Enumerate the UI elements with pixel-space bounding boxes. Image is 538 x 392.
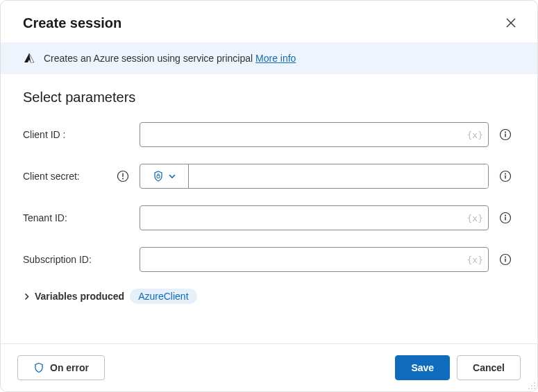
dialog-body: Select parameters Client ID : {x} Client… (1, 74, 537, 343)
cancel-label: Cancel (473, 362, 505, 373)
client-secret-combo (140, 164, 489, 189)
credential-picker-button[interactable] (140, 164, 189, 188)
svg-point-19 (528, 388, 530, 389)
variables-produced-row: Variables produced AzureClient (23, 289, 515, 304)
info-icon-slot (496, 170, 515, 182)
resize-grip-icon[interactable] (526, 380, 536, 390)
svg-rect-9 (505, 176, 505, 179)
svg-point-8 (505, 173, 506, 175)
chevron-down-icon (168, 172, 176, 180)
save-label: Save (411, 362, 434, 373)
field-tenant-id: Tenant ID: {x} (23, 205, 515, 230)
variables-produced-toggle[interactable]: Variables produced (23, 291, 124, 302)
cancel-button[interactable]: Cancel (457, 355, 521, 380)
svg-rect-2 (505, 134, 505, 137)
client-id-input-wrap: {x} (140, 122, 489, 147)
svg-point-20 (531, 388, 532, 389)
info-icon[interactable] (499, 170, 512, 182)
svg-point-16 (534, 382, 535, 384)
client-secret-label: Client secret: (23, 171, 106, 182)
more-info-link[interactable]: More info (255, 53, 296, 64)
create-session-dialog: Create session Creates an Azure session … (0, 0, 538, 392)
svg-rect-4 (122, 173, 123, 178)
client-id-input[interactable] (140, 122, 489, 147)
tenant-id-input-wrap: {x} (140, 205, 489, 230)
client-id-label: Client ID : (23, 129, 106, 140)
close-button[interactable] (501, 13, 521, 33)
svg-point-1 (505, 132, 506, 133)
svg-rect-6 (157, 176, 160, 178)
svg-rect-15 (505, 259, 505, 262)
banner-text: Creates an Azure session using service p… (44, 53, 296, 64)
info-icon[interactable] (499, 212, 512, 224)
svg-point-18 (534, 385, 535, 386)
svg-point-5 (122, 178, 124, 180)
info-icon-slot (496, 212, 515, 224)
warning-icon[interactable] (117, 170, 129, 182)
client-secret-input-wrap (140, 164, 489, 189)
footer-left: On error (17, 355, 105, 380)
footer-right: Save Cancel (395, 355, 521, 380)
banner-text-label: Creates an Azure session using service p… (44, 53, 255, 64)
info-icon-slot (496, 253, 515, 266)
tenant-id-label: Tenant ID: (23, 212, 106, 223)
variable-pill[interactable]: AzureClient (130, 289, 196, 304)
info-banner: Creates an Azure session using service p… (1, 42, 537, 74)
info-icon[interactable] (499, 253, 512, 266)
svg-point-21 (534, 388, 535, 389)
shield-icon (33, 362, 44, 373)
info-icon[interactable] (499, 128, 512, 141)
on-error-button[interactable]: On error (17, 355, 105, 380)
field-client-id: Client ID : {x} (23, 122, 515, 147)
svg-point-17 (531, 385, 532, 386)
chevron-right-icon (23, 293, 31, 300)
shield-lock-icon (153, 171, 164, 182)
azure-icon (23, 52, 35, 65)
subscription-id-input-wrap: {x} (140, 247, 489, 272)
info-icon-slot (496, 128, 515, 141)
section-title: Select parameters (23, 90, 515, 105)
dialog-title: Create session (23, 15, 121, 31)
variables-produced-label: Variables produced (35, 291, 124, 302)
save-button[interactable]: Save (395, 355, 450, 380)
subscription-id-input[interactable] (140, 247, 489, 272)
client-secret-input[interactable] (189, 164, 488, 188)
svg-rect-12 (505, 217, 505, 221)
field-subscription-id: Subscription ID: {x} (23, 247, 515, 272)
label-icon-slot (113, 170, 133, 182)
close-icon (505, 17, 516, 28)
dialog-header: Create session (1, 1, 537, 42)
subscription-id-label: Subscription ID: (23, 254, 106, 265)
svg-point-14 (505, 257, 506, 258)
dialog-footer: On error Save Cancel (1, 343, 537, 391)
on-error-label: On error (50, 362, 89, 373)
tenant-id-input[interactable] (140, 205, 489, 230)
svg-point-11 (505, 215, 506, 216)
field-client-secret: Client secret: (23, 164, 515, 189)
